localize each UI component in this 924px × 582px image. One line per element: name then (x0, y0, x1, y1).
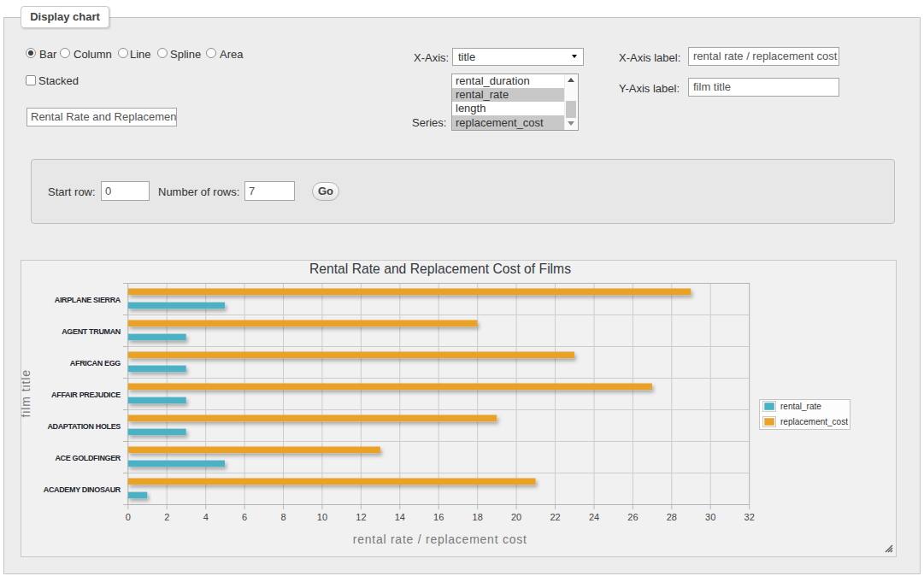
svg-text:22: 22 (550, 512, 560, 522)
svg-text:AFFAIR PREJUDICE: AFFAIR PREJUDICE (51, 391, 121, 399)
svg-text:30: 30 (705, 512, 715, 522)
svg-text:16: 16 (433, 512, 444, 522)
svg-text:28: 28 (667, 512, 677, 522)
svg-text:24: 24 (589, 512, 599, 522)
svg-text:replacement_cost: replacement_cost (780, 417, 848, 426)
svg-text:8: 8 (280, 512, 285, 522)
svg-text:film title: film title (21, 369, 33, 417)
svg-text:AIRPLANE SIERRA: AIRPLANE SIERRA (55, 296, 121, 304)
svg-text:4: 4 (203, 512, 209, 522)
svg-text:ADAPTATION HOLES: ADAPTATION HOLES (47, 422, 121, 431)
svg-text:AFRICAN EGG: AFRICAN EGG (70, 359, 121, 367)
svg-text:26: 26 (627, 512, 638, 522)
svg-text:ACE GOLDFINGER: ACE GOLDFINGER (55, 454, 121, 462)
svg-text:14: 14 (395, 512, 405, 522)
svg-text:18: 18 (473, 512, 483, 522)
svg-text:Rental Rate and Replacement Co: Rental Rate and Replacement Cost of Film… (309, 262, 571, 276)
svg-text:2: 2 (164, 512, 169, 522)
svg-text:ACADEMY DINOSAUR: ACADEMY DINOSAUR (44, 485, 121, 494)
svg-text:rental rate / replacement cost: rental rate / replacement cost (353, 532, 527, 546)
svg-text:rental_rate: rental_rate (780, 402, 821, 411)
svg-text:AGENT TRUMAN: AGENT TRUMAN (62, 327, 121, 336)
svg-text:20: 20 (511, 512, 521, 522)
svg-text:6: 6 (242, 512, 247, 522)
svg-text:10: 10 (317, 512, 327, 522)
svg-text:12: 12 (356, 512, 366, 522)
svg-text:32: 32 (744, 512, 755, 522)
svg-text:0: 0 (126, 512, 131, 522)
